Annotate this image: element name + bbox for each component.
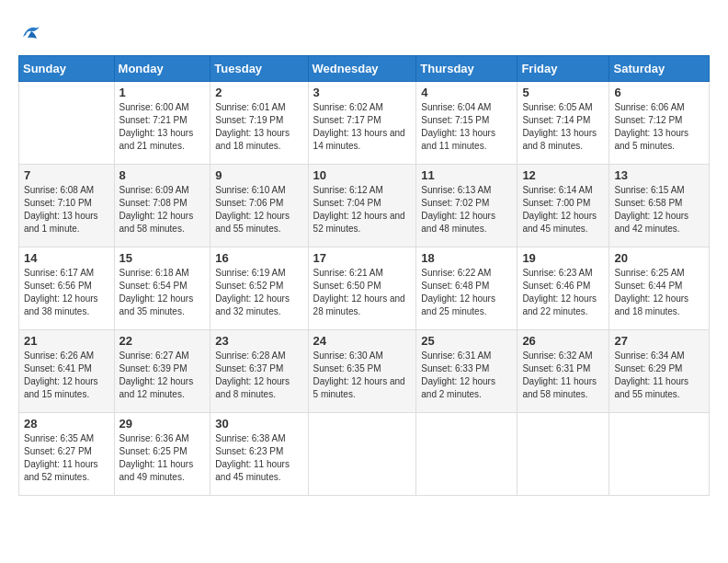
day-number: 3 — [313, 86, 412, 99]
calendar-cell: 21Sunrise: 6:26 AMSunset: 6:41 PMDayligh… — [19, 330, 115, 413]
day-number: 8 — [119, 168, 206, 182]
day-number: 14 — [24, 251, 109, 265]
day-number: 20 — [614, 251, 704, 265]
calendar-week-4: 21Sunrise: 6:26 AMSunset: 6:41 PMDayligh… — [19, 330, 710, 413]
calendar-cell: 29Sunrise: 6:36 AMSunset: 6:25 PMDayligh… — [114, 413, 210, 496]
day-info: Sunrise: 6:38 AMSunset: 6:23 PMDaylight:… — [215, 432, 302, 484]
day-info: Sunrise: 6:31 AMSunset: 6:33 PMDaylight:… — [421, 350, 512, 401]
day-number: 27 — [614, 334, 704, 348]
day-info: Sunrise: 6:35 AMSunset: 6:27 PMDaylight:… — [24, 432, 109, 484]
calendar-cell: 2Sunrise: 6:01 AMSunset: 7:19 PMDaylight… — [210, 82, 308, 165]
calendar-cell: 28Sunrise: 6:35 AMSunset: 6:27 PMDayligh… — [19, 413, 115, 496]
day-info: Sunrise: 6:22 AMSunset: 6:48 PMDaylight:… — [421, 267, 512, 318]
calendar-cell: 30Sunrise: 6:38 AMSunset: 6:23 PMDayligh… — [210, 413, 308, 496]
day-number: 30 — [215, 417, 302, 431]
weekday-header-saturday: Saturday — [609, 56, 710, 82]
day-info: Sunrise: 6:36 AMSunset: 6:25 PMDaylight:… — [119, 432, 206, 484]
weekday-header-monday: Monday — [114, 56, 210, 82]
calendar-cell — [19, 82, 115, 165]
day-info: Sunrise: 6:05 AMSunset: 7:14 PMDaylight:… — [522, 101, 604, 153]
calendar-cell: 3Sunrise: 6:02 AMSunset: 7:17 PMDaylight… — [308, 82, 416, 165]
logo-icon — [18, 18, 46, 46]
calendar-cell: 19Sunrise: 6:23 AMSunset: 6:46 PMDayligh… — [518, 247, 609, 330]
calendar-cell — [308, 413, 416, 496]
day-number: 17 — [313, 251, 412, 265]
day-info: Sunrise: 6:30 AMSunset: 6:35 PMDaylight:… — [313, 350, 412, 401]
weekday-header-thursday: Thursday — [416, 56, 518, 82]
day-info: Sunrise: 6:14 AMSunset: 7:00 PMDaylight:… — [522, 184, 604, 236]
day-info: Sunrise: 6:02 AMSunset: 7:17 PMDaylight:… — [313, 101, 412, 153]
calendar-cell: 23Sunrise: 6:28 AMSunset: 6:37 PMDayligh… — [210, 330, 308, 413]
day-number: 24 — [313, 334, 412, 348]
day-number: 4 — [421, 86, 512, 99]
calendar-cell: 11Sunrise: 6:13 AMSunset: 7:02 PMDayligh… — [416, 165, 518, 247]
day-number: 15 — [119, 251, 206, 265]
calendar-cell: 5Sunrise: 6:05 AMSunset: 7:14 PMDaylight… — [518, 82, 609, 165]
calendar-cell: 12Sunrise: 6:14 AMSunset: 7:00 PMDayligh… — [518, 165, 609, 247]
calendar-cell: 24Sunrise: 6:30 AMSunset: 6:35 PMDayligh… — [308, 330, 416, 413]
day-number: 28 — [24, 417, 109, 431]
weekday-header-wednesday: Wednesday — [308, 56, 416, 82]
day-number: 13 — [614, 168, 704, 182]
day-info: Sunrise: 6:06 AMSunset: 7:12 PMDaylight:… — [614, 101, 704, 153]
day-info: Sunrise: 6:12 AMSunset: 7:04 PMDaylight:… — [313, 184, 412, 236]
day-info: Sunrise: 6:27 AMSunset: 6:39 PMDaylight:… — [119, 350, 206, 401]
calendar-cell — [416, 413, 518, 496]
day-info: Sunrise: 6:19 AMSunset: 6:52 PMDaylight:… — [215, 267, 302, 318]
day-number: 11 — [421, 168, 512, 182]
day-info: Sunrise: 6:32 AMSunset: 6:31 PMDaylight:… — [522, 350, 604, 401]
day-number: 5 — [522, 86, 604, 99]
weekday-header-friday: Friday — [518, 56, 609, 82]
day-info: Sunrise: 6:01 AMSunset: 7:19 PMDaylight:… — [215, 101, 302, 153]
day-info: Sunrise: 6:08 AMSunset: 7:10 PMDaylight:… — [24, 184, 109, 236]
calendar-cell: 17Sunrise: 6:21 AMSunset: 6:50 PMDayligh… — [308, 247, 416, 330]
weekday-header-tuesday: Tuesday — [210, 56, 308, 82]
day-number: 25 — [421, 334, 512, 348]
calendar-cell — [609, 413, 710, 496]
calendar-cell: 13Sunrise: 6:15 AMSunset: 6:58 PMDayligh… — [609, 165, 710, 247]
day-number: 19 — [522, 251, 604, 265]
day-info: Sunrise: 6:15 AMSunset: 6:58 PMDaylight:… — [614, 184, 704, 236]
day-number: 2 — [215, 86, 302, 99]
day-number: 21 — [24, 334, 109, 348]
day-number: 7 — [24, 168, 109, 182]
calendar-cell: 10Sunrise: 6:12 AMSunset: 7:04 PMDayligh… — [308, 165, 416, 247]
calendar-cell — [518, 413, 609, 496]
calendar-cell: 1Sunrise: 6:00 AMSunset: 7:21 PMDaylight… — [114, 82, 210, 165]
page-header — [18, 18, 710, 46]
calendar-week-3: 14Sunrise: 6:17 AMSunset: 6:56 PMDayligh… — [19, 247, 710, 330]
calendar-cell: 18Sunrise: 6:22 AMSunset: 6:48 PMDayligh… — [416, 247, 518, 330]
calendar-cell: 7Sunrise: 6:08 AMSunset: 7:10 PMDaylight… — [19, 165, 115, 247]
day-number: 26 — [522, 334, 604, 348]
day-info: Sunrise: 6:23 AMSunset: 6:46 PMDaylight:… — [522, 267, 604, 318]
calendar-cell: 26Sunrise: 6:32 AMSunset: 6:31 PMDayligh… — [518, 330, 609, 413]
day-info: Sunrise: 6:26 AMSunset: 6:41 PMDaylight:… — [24, 350, 109, 401]
logo — [18, 18, 50, 46]
calendar-table: SundayMondayTuesdayWednesdayThursdayFrid… — [18, 55, 710, 496]
day-number: 6 — [614, 86, 704, 99]
calendar-week-1: 1Sunrise: 6:00 AMSunset: 7:21 PMDaylight… — [19, 82, 710, 165]
day-info: Sunrise: 6:17 AMSunset: 6:56 PMDaylight:… — [24, 267, 109, 318]
calendar-cell: 4Sunrise: 6:04 AMSunset: 7:15 PMDaylight… — [416, 82, 518, 165]
day-info: Sunrise: 6:25 AMSunset: 6:44 PMDaylight:… — [614, 267, 704, 318]
day-number: 9 — [215, 168, 302, 182]
day-info: Sunrise: 6:09 AMSunset: 7:08 PMDaylight:… — [119, 184, 206, 236]
calendar-cell: 27Sunrise: 6:34 AMSunset: 6:29 PMDayligh… — [609, 330, 710, 413]
calendar-cell: 15Sunrise: 6:18 AMSunset: 6:54 PMDayligh… — [114, 247, 210, 330]
calendar-cell: 14Sunrise: 6:17 AMSunset: 6:56 PMDayligh… — [19, 247, 115, 330]
day-info: Sunrise: 6:04 AMSunset: 7:15 PMDaylight:… — [421, 101, 512, 153]
calendar-week-2: 7Sunrise: 6:08 AMSunset: 7:10 PMDaylight… — [19, 165, 710, 247]
day-number: 22 — [119, 334, 206, 348]
calendar-cell: 20Sunrise: 6:25 AMSunset: 6:44 PMDayligh… — [609, 247, 710, 330]
day-number: 16 — [215, 251, 302, 265]
calendar-cell: 6Sunrise: 6:06 AMSunset: 7:12 PMDaylight… — [609, 82, 710, 165]
calendar-week-5: 28Sunrise: 6:35 AMSunset: 6:27 PMDayligh… — [19, 413, 710, 496]
calendar-cell: 16Sunrise: 6:19 AMSunset: 6:52 PMDayligh… — [210, 247, 308, 330]
day-info: Sunrise: 6:13 AMSunset: 7:02 PMDaylight:… — [421, 184, 512, 236]
day-info: Sunrise: 6:10 AMSunset: 7:06 PMDaylight:… — [215, 184, 302, 236]
day-number: 29 — [119, 417, 206, 431]
day-info: Sunrise: 6:34 AMSunset: 6:29 PMDaylight:… — [614, 350, 704, 401]
day-number: 12 — [522, 168, 604, 182]
calendar-cell: 25Sunrise: 6:31 AMSunset: 6:33 PMDayligh… — [416, 330, 518, 413]
day-number: 23 — [215, 334, 302, 348]
